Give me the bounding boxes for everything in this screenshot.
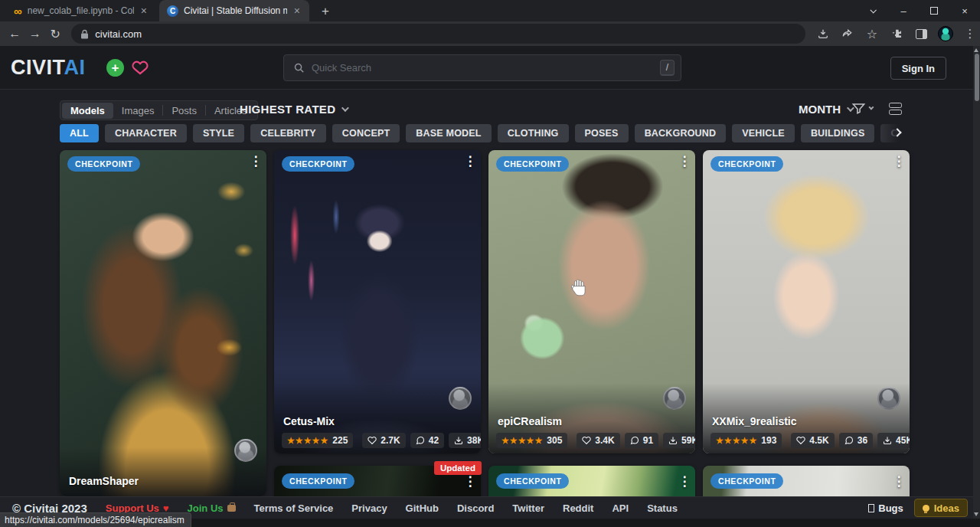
bookmark-star-icon[interactable]: ☆ bbox=[862, 24, 882, 44]
model-card-epicrealism[interactable]: CHECKPOINT ⋮ epiCRealism ★★★★★305 3.4K 9… bbox=[488, 150, 695, 453]
bug-icon bbox=[868, 504, 874, 512]
civitai-logo[interactable]: CIVITAI bbox=[11, 56, 86, 80]
card-menu-icon[interactable]: ⋮ bbox=[461, 473, 479, 489]
back-button[interactable]: ← bbox=[5, 27, 24, 41]
chips-scroll-right-button[interactable] bbox=[890, 125, 905, 140]
reload-button[interactable]: ↻ bbox=[45, 27, 65, 41]
favorites-heart-icon[interactable] bbox=[130, 58, 150, 77]
comments-pill[interactable]: 91 bbox=[625, 433, 658, 448]
minimize-button[interactable]: – bbox=[888, 0, 919, 21]
chip-buildings[interactable]: BUILDINGS bbox=[801, 124, 875, 142]
side-panel-icon[interactable] bbox=[911, 24, 931, 44]
model-card-partial[interactable]: CHECKPOINT ⋮ bbox=[703, 466, 910, 496]
rating-count: 193 bbox=[761, 435, 776, 446]
rating-pill[interactable]: ★★★★★225 bbox=[282, 433, 353, 448]
comment-icon bbox=[630, 436, 639, 445]
filter-dropdown[interactable] bbox=[851, 101, 872, 116]
link-preview-statusbar: https://civitai.com/models/25694/epicrea… bbox=[0, 512, 191, 527]
period-label: MONTH bbox=[799, 103, 841, 116]
footer-link-twitter[interactable]: Twitter bbox=[512, 502, 544, 514]
profile-avatar[interactable] bbox=[936, 24, 956, 44]
sign-in-button[interactable]: Sign In bbox=[890, 57, 946, 80]
downloads-pill[interactable]: 59K bbox=[663, 433, 695, 448]
ideas-button[interactable]: Ideas bbox=[914, 499, 968, 517]
likes-pill[interactable]: 2.7K bbox=[362, 433, 405, 448]
chip-concept[interactable]: CONCEPT bbox=[332, 124, 400, 142]
chip-all[interactable]: ALL bbox=[60, 124, 99, 142]
footer-link-github[interactable]: GitHub bbox=[406, 502, 439, 514]
card-menu-icon[interactable]: ⋮ bbox=[461, 153, 479, 169]
card-menu-icon[interactable]: ⋮ bbox=[675, 473, 694, 489]
downloads-pill[interactable]: 45K bbox=[877, 433, 910, 448]
footer-link-reddit[interactable]: Reddit bbox=[563, 502, 593, 514]
model-stats-row: ★★★★★193 4.5K 36 45K bbox=[710, 433, 902, 448]
card-menu-icon[interactable]: ⋮ bbox=[890, 153, 908, 169]
tab-posts[interactable]: Posts bbox=[163, 103, 205, 119]
rating-pill[interactable]: ★★★★★305 bbox=[496, 433, 567, 448]
card-menu-icon[interactable]: ⋮ bbox=[247, 153, 265, 169]
search-input[interactable] bbox=[312, 62, 653, 74]
browser-tab-civitai[interactable]: C Civitai | Stable Diffusion models, × bbox=[159, 0, 309, 21]
likes-pill[interactable]: 3.4K bbox=[577, 433, 619, 448]
chip-character[interactable]: CHARACTER bbox=[105, 124, 187, 142]
scrollbar-up-arrow[interactable] bbox=[974, 48, 978, 52]
model-card-cetus-mix[interactable]: CHECKPOINT ⋮ Cetus-Mix ★★★★★225 2.7K 42 … bbox=[274, 150, 481, 453]
scrollbar-thumb[interactable] bbox=[975, 54, 979, 101]
likes-pill[interactable]: 4.5K bbox=[791, 433, 834, 448]
chip-poses[interactable]: POSES bbox=[575, 124, 629, 142]
model-title: epiCRealism bbox=[498, 415, 562, 427]
address-bar[interactable]: civitai.com bbox=[71, 24, 805, 44]
download-page-icon[interactable] bbox=[813, 24, 833, 44]
card-menu-icon[interactable]: ⋮ bbox=[890, 473, 908, 489]
heart-icon bbox=[796, 436, 805, 445]
footer-link-discord[interactable]: Discord bbox=[457, 502, 494, 514]
tab-close-icon[interactable]: × bbox=[292, 5, 302, 17]
browser-menu-icon[interactable]: ⋮ bbox=[960, 24, 980, 44]
checkpoint-badge: CHECKPOINT bbox=[710, 473, 783, 489]
card-menu-icon[interactable]: ⋮ bbox=[675, 153, 694, 169]
tab-close-icon[interactable]: × bbox=[139, 5, 149, 17]
chip-background[interactable]: BACKGROUND bbox=[635, 124, 727, 142]
rating-pill[interactable]: ★★★★★193 bbox=[710, 433, 782, 448]
period-dropdown[interactable]: MONTH bbox=[799, 103, 852, 116]
footer-link-privacy[interactable]: Privacy bbox=[351, 502, 387, 514]
civitai-favicon-icon: C bbox=[167, 5, 178, 17]
chip-vehicle[interactable]: VEHICLE bbox=[732, 124, 795, 142]
comments-pill[interactable]: 42 bbox=[410, 433, 444, 448]
forward-button[interactable]: → bbox=[24, 27, 44, 41]
new-tab-button[interactable]: + bbox=[315, 2, 335, 21]
close-window-button[interactable]: × bbox=[949, 0, 980, 21]
footer-link-join-us[interactable]: Join Us bbox=[188, 502, 236, 514]
sort-dropdown[interactable]: HIGHEST RATED bbox=[240, 103, 347, 116]
chip-base-model[interactable]: BASE MODEL bbox=[406, 124, 491, 142]
browser-tab-colab[interactable]: ∞ new_colab_file.ipynb - Colaborat × bbox=[6, 0, 156, 21]
create-plus-button[interactable]: + bbox=[106, 59, 124, 77]
card-layout-toggle-icon[interactable] bbox=[889, 103, 902, 116]
chip-celebrity[interactable]: CELEBRITY bbox=[250, 124, 326, 142]
browser-window: ∞ new_colab_file.ipynb - Colaborat × C C… bbox=[0, 0, 980, 527]
downloads-pill[interactable]: 38K bbox=[449, 433, 481, 448]
extensions-puzzle-icon[interactable] bbox=[887, 24, 906, 44]
footer-link-status[interactable]: Status bbox=[647, 502, 678, 514]
model-card-partial[interactable]: CHECKPOINT ⋮ bbox=[488, 466, 695, 496]
page-scrollbar[interactable] bbox=[973, 46, 980, 519]
chip-style[interactable]: STYLE bbox=[193, 124, 244, 142]
quick-search-box[interactable]: / bbox=[283, 54, 681, 81]
bugs-button[interactable]: Bugs bbox=[868, 502, 903, 514]
chip-clothing[interactable]: CLOTHING bbox=[498, 124, 569, 142]
category-chip-row: ALL CHARACTER STYLE CELEBRITY CONCEPT BA… bbox=[60, 124, 900, 143]
tab-images[interactable]: Images bbox=[113, 103, 163, 119]
footer-link-terms[interactable]: Terms of Service bbox=[254, 502, 334, 514]
maximize-button[interactable] bbox=[919, 0, 949, 21]
tab-title: Civitai | Stable Diffusion models, bbox=[184, 5, 287, 16]
tab-search-chevron-icon[interactable] bbox=[858, 0, 888, 21]
checkpoint-badge: CHECKPOINT bbox=[496, 156, 569, 172]
model-card-dreamshaper[interactable]: CHECKPOINT ⋮ DreamShaper bbox=[60, 150, 266, 496]
footer-link-api[interactable]: API bbox=[612, 502, 629, 514]
scrollbar-down-arrow[interactable] bbox=[974, 512, 978, 516]
comments-pill[interactable]: 36 bbox=[839, 433, 873, 448]
model-card-partial[interactable]: Updated CHECKPOINT ⋮ bbox=[274, 466, 481, 496]
share-icon[interactable] bbox=[838, 24, 858, 44]
model-card-xxmix-9realistic[interactable]: CHECKPOINT ⋮ XXMix_9realistic ★★★★★193 4… bbox=[703, 150, 910, 453]
tab-models[interactable]: Models bbox=[62, 103, 113, 119]
